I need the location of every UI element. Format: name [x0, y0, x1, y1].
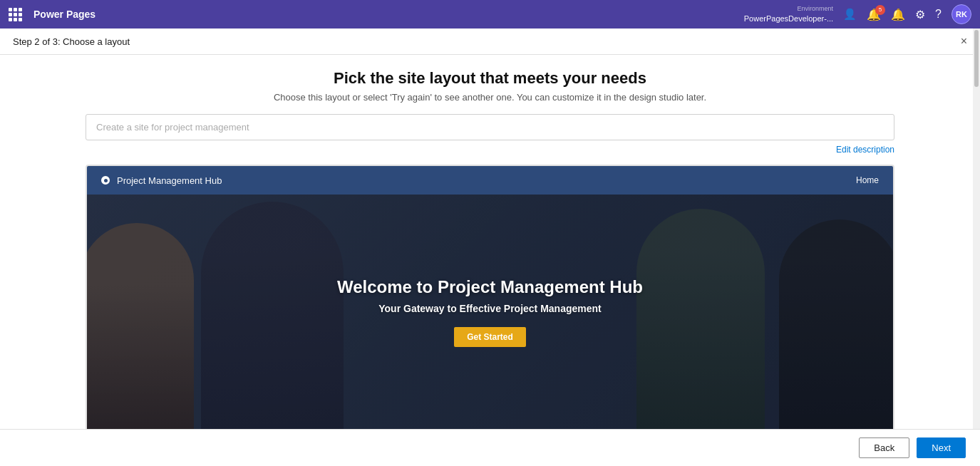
wizard-subtext: Choose this layout or select 'Try again'…: [86, 92, 894, 103]
main-content: Step 2 of 3: Choose a layout × Pick the …: [0, 29, 980, 466]
preview-nav-link: Home: [856, 175, 879, 185]
description-input[interactable]: Create a site for project management: [86, 114, 894, 140]
environment-label: Environment: [798, 5, 834, 14]
wizard-heading: Pick the site layout that meets your nee…: [86, 69, 894, 103]
notifications-button[interactable]: 🔔 5: [867, 8, 881, 21]
scroll-thumb[interactable]: [974, 30, 979, 87]
notification-badge: 5: [875, 5, 885, 15]
question-icon: ?: [935, 8, 942, 21]
edit-link-container: Edit description: [86, 145, 894, 155]
person-icon: 👤: [843, 8, 857, 21]
wizard-body: Pick the site layout that meets your nee…: [0, 55, 980, 466]
alerts-button[interactable]: 🔔: [891, 8, 905, 21]
preview-hero: Welcome to Project Management Hub Your G…: [87, 195, 893, 430]
settings-button[interactable]: ⚙: [915, 8, 925, 21]
scroll-track: [973, 29, 980, 429]
site-preview: Project Management Hub Home Welcome to P…: [86, 165, 894, 445]
back-button[interactable]: Back: [859, 437, 909, 458]
avatar[interactable]: RK: [951, 4, 971, 24]
nav-right-section: Environment PowerPagesDeveloper-... 👤 🔔 …: [744, 4, 971, 24]
hero-content: Welcome to Project Management Hub Your G…: [87, 195, 893, 430]
step-title: Step 2 of 3: Choose a layout: [13, 36, 130, 47]
radio-icon: [101, 176, 110, 185]
description-placeholder: Create a site for project management: [96, 122, 249, 133]
hero-title: Welcome to Project Management Hub: [337, 277, 643, 297]
preview-nav: Project Management Hub Home: [87, 166, 893, 195]
hero-subtitle: Your Gateway to Effective Project Manage…: [378, 303, 602, 314]
top-navigation: Power Pages Environment PowerPagesDevelo…: [0, 0, 980, 29]
environment-selector[interactable]: Environment PowerPagesDeveloper-...: [744, 5, 833, 24]
preview-site-title: Project Management Hub: [117, 175, 856, 186]
next-button[interactable]: Next: [917, 437, 966, 458]
waffle-icon[interactable]: [9, 8, 22, 21]
environment-name: PowerPagesDeveloper-...: [744, 14, 833, 24]
edit-description-link[interactable]: Edit description: [836, 145, 894, 155]
hero-cta-button[interactable]: Get Started: [454, 327, 526, 347]
help-button[interactable]: ?: [935, 8, 942, 21]
app-name: Power Pages: [33, 9, 737, 20]
step-bar: Step 2 of 3: Choose a layout ×: [0, 29, 980, 55]
close-button[interactable]: ×: [961, 36, 967, 47]
alert-icon: 🔔: [891, 8, 905, 21]
gear-icon: ⚙: [915, 8, 925, 21]
action-bar: Back Next: [0, 429, 980, 466]
wizard-title: Pick the site layout that meets your nee…: [86, 69, 894, 88]
